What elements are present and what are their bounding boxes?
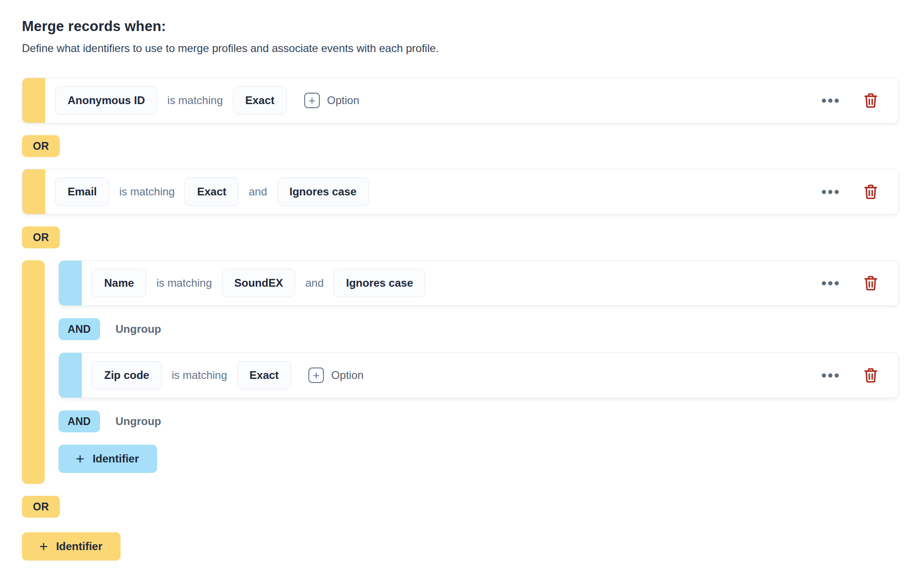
rule-row-zip-code: Zip code is matching Exact + Option	[58, 352, 899, 398]
plus-square-icon: +	[308, 368, 324, 383]
delete-rule-button[interactable]	[863, 184, 878, 200]
add-option-button[interactable]: + Option	[308, 368, 364, 383]
or-accent-bar	[22, 78, 45, 123]
ungroup-button[interactable]: Ungroup	[116, 323, 161, 336]
or-accent-bar	[22, 169, 45, 214]
identifier-button[interactable]: Email	[55, 178, 109, 206]
operator-label: is matching	[172, 369, 227, 382]
rule-content: Zip code is matching Exact + Option	[82, 353, 898, 398]
match-type-button[interactable]: SoundEX	[222, 269, 296, 297]
operator-label: is matching	[119, 185, 175, 198]
delete-rule-button[interactable]	[863, 368, 878, 383]
group-accent-bar	[22, 260, 45, 484]
match-type-button[interactable]: Exact	[233, 86, 287, 115]
operator-label: is matching	[156, 277, 212, 289]
operator-label: is matching	[167, 94, 222, 107]
ellipsis-icon	[822, 281, 839, 285]
and-accent-bar	[59, 353, 82, 398]
match-type-button[interactable]: Exact	[237, 361, 291, 389]
ellipsis-icon	[822, 99, 839, 103]
rule-content: Email is matching Exact and Ignores case	[45, 169, 898, 214]
add-identifier-row: + Identifier	[22, 530, 899, 561]
or-badge: OR	[22, 496, 60, 518]
more-options-button[interactable]	[821, 278, 840, 288]
more-options-button[interactable]	[821, 96, 840, 105]
add-identifier-button[interactable]: + Identifier	[22, 532, 121, 561]
trash-icon	[863, 184, 878, 200]
and-connector: AND Ungroup	[58, 410, 899, 432]
modifier-button[interactable]: Ignores case	[333, 269, 425, 297]
plus-square-icon: +	[304, 93, 320, 108]
trash-icon	[863, 93, 878, 108]
ungroup-button[interactable]: Ungroup	[116, 415, 161, 428]
and-accent-bar	[59, 261, 82, 305]
add-option-button[interactable]: + Option	[304, 93, 360, 108]
match-type-button[interactable]: Exact	[185, 178, 238, 206]
conjunction-label: and	[249, 185, 267, 198]
merge-rules-panel: Merge records when: Define what identifi…	[0, 0, 921, 561]
and-connector: AND Ungroup	[58, 318, 899, 340]
add-identifier-in-group-button[interactable]: + Identifier	[58, 445, 157, 473]
delete-rule-button[interactable]	[863, 275, 878, 291]
identifier-button[interactable]: Zip code	[92, 361, 162, 389]
identifier-button[interactable]: Anonymous ID	[55, 86, 157, 115]
group-bottom-padding	[58, 473, 899, 484]
ellipsis-icon	[822, 373, 839, 378]
add-option-label: Option	[331, 369, 364, 382]
add-identifier-label: Identifier	[93, 452, 139, 465]
trash-icon	[863, 368, 878, 383]
conjunction-label: and	[305, 277, 323, 289]
delete-rule-button[interactable]	[863, 93, 878, 108]
page-title: Merge records when:	[22, 18, 899, 35]
rule-row-name: Name is matching SoundEX and Ignores cas…	[58, 260, 899, 306]
add-identifier-label: Identifier	[56, 540, 102, 553]
rule-row-email: Email is matching Exact and Ignores case	[22, 169, 899, 215]
and-group: Name is matching SoundEX and Ignores cas…	[22, 260, 899, 484]
ellipsis-icon	[822, 190, 839, 194]
more-options-button[interactable]	[821, 187, 840, 197]
rule-actions	[821, 93, 898, 108]
page-subtitle: Define what identifiers to use to merge …	[22, 42, 899, 55]
identifier-button[interactable]: Name	[92, 269, 146, 297]
and-badge: AND	[58, 410, 100, 432]
more-options-button[interactable]	[821, 371, 840, 380]
plus-icon: +	[76, 452, 85, 466]
rule-actions	[821, 275, 898, 291]
modifier-button[interactable]: Ignores case	[277, 178, 369, 206]
trash-icon	[863, 275, 878, 291]
rule-content: Name is matching SoundEX and Ignores cas…	[82, 261, 898, 305]
add-option-label: Option	[327, 94, 360, 107]
rule-actions	[821, 184, 898, 200]
and-badge: AND	[58, 318, 100, 340]
rule-content: Anonymous ID is matching Exact + Option	[45, 78, 898, 123]
or-badge: OR	[22, 226, 60, 248]
rule-row-anonymous-id: Anonymous ID is matching Exact + Option	[22, 78, 899, 123]
rule-actions	[821, 368, 898, 383]
or-badge: OR	[22, 135, 60, 157]
plus-icon: +	[39, 539, 48, 554]
